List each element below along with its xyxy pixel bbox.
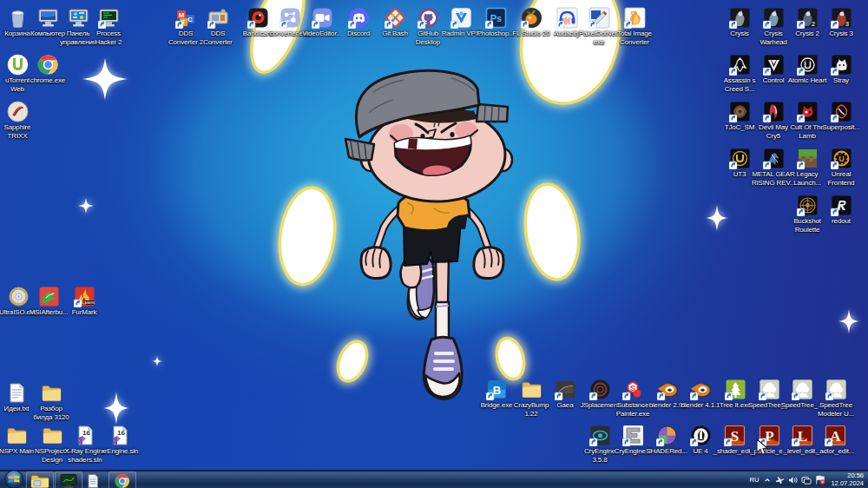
svg-text:S: S [629,384,635,392]
svg-text:M: M [178,11,184,19]
svg-text:MARK: MARK [84,300,95,305]
svg-text:16: 16 [117,429,125,437]
svg-text:16: 16 [82,429,90,437]
svg-text:3: 3 [845,20,849,28]
svg-text:U: U [838,155,845,163]
